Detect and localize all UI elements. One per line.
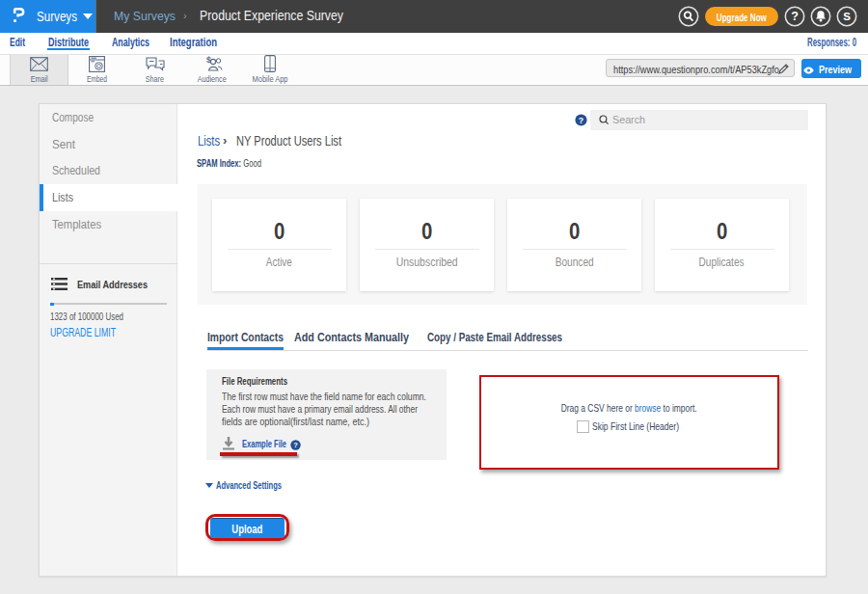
svg-text:?: ? [293,441,298,449]
svg-text:?: ? [791,10,799,23]
svg-text:?: ? [579,116,583,125]
svg-text:S: S [843,11,851,22]
